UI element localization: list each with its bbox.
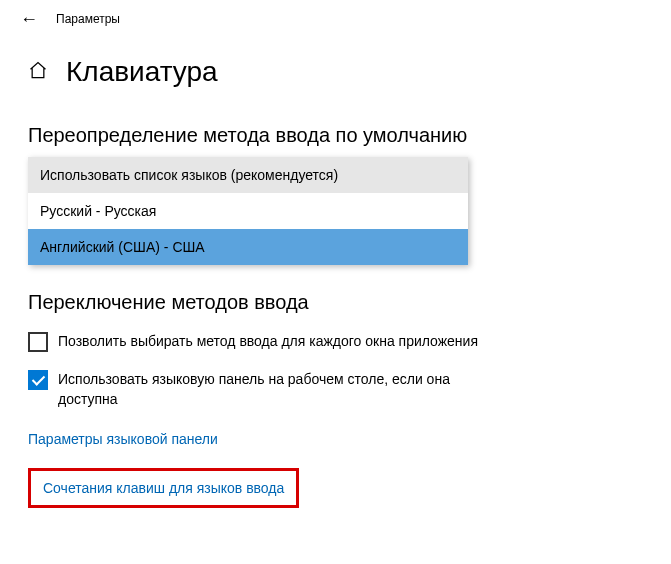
checkbox-row-per-window: Позволить выбирать метод ввода для каждо… <box>28 332 643 352</box>
input-method-dropdown[interactable]: Использовать список языков (рекомендуетс… <box>28 157 468 265</box>
home-icon[interactable] <box>28 60 48 84</box>
checkbox-per-window-label: Позволить выбирать метод ввода для каждо… <box>58 332 478 352</box>
checkbox-lang-bar-label: Использовать языковую панель на рабочем … <box>58 370 478 409</box>
title-row: Клавиатура <box>0 36 671 98</box>
dropdown-option-russian[interactable]: Русский - Русская <box>28 193 468 229</box>
section-switching-title: Переключение методов ввода <box>28 291 643 314</box>
section-override-title: Переопределение метода ввода по умолчани… <box>28 124 643 147</box>
checkbox-lang-bar[interactable] <box>28 370 48 390</box>
highlight-box: Сочетания клавиш для языков ввода <box>28 468 299 508</box>
content-area: Переопределение метода ввода по умолчани… <box>0 124 671 508</box>
dropdown-option-english-us[interactable]: Английский (США) - США <box>28 229 468 265</box>
breadcrumb: Параметры <box>56 12 120 26</box>
link-input-language-hotkeys[interactable]: Сочетания клавиш для языков ввода <box>43 480 284 496</box>
dropdown-option-recommended[interactable]: Использовать список языков (рекомендуетс… <box>28 157 468 193</box>
back-arrow-icon[interactable]: ← <box>20 10 38 28</box>
link-lang-panel-settings[interactable]: Параметры языковой панели <box>28 431 218 447</box>
page-title: Клавиатура <box>66 56 218 88</box>
checkbox-per-window[interactable] <box>28 332 48 352</box>
window-header: ← Параметры <box>0 0 671 36</box>
checkbox-row-lang-bar: Использовать языковую панель на рабочем … <box>28 370 643 409</box>
